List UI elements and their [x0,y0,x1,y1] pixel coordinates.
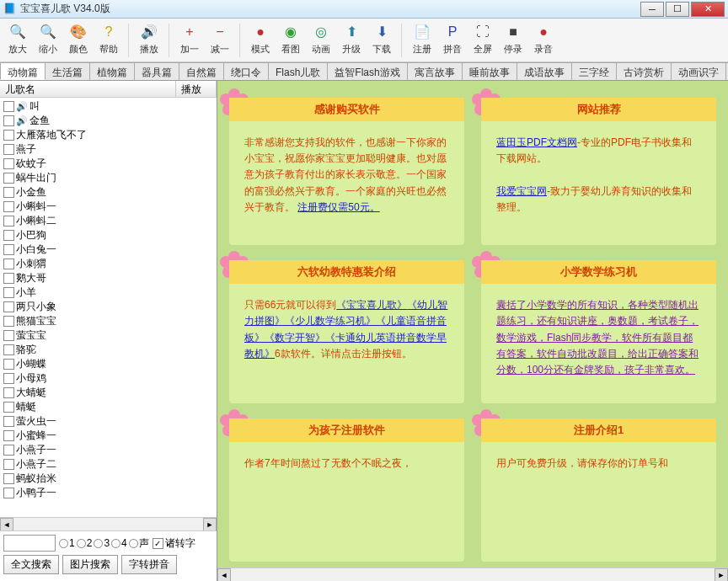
song-item[interactable]: 骆驼 [2,343,215,357]
song-item[interactable]: 小蜜蜂一 [2,429,215,443]
checkbox-icon[interactable] [3,459,14,470]
scroll-left-icon[interactable]: ◄ [217,568,231,581]
checkbox-icon[interactable] [3,158,14,169]
scrollbar-horizontal[interactable]: ◄ ► [0,517,217,530]
checkbox-icon[interactable] [3,344,14,355]
minimize-button[interactable]: ─ [640,2,664,17]
tab-11[interactable]: 三字经 [571,62,617,80]
scroll-right-icon[interactable]: ► [203,518,217,531]
scroll-left-icon[interactable]: ◄ [0,518,13,531]
tool-停录[interactable]: ■停录 [499,21,527,60]
song-item[interactable]: 蜻蜓 [2,400,215,414]
checkbox-icon[interactable] [3,430,14,441]
tool-减一[interactable]: −减一 [206,21,234,60]
checkbox-icon[interactable] [3,230,14,241]
checkbox-icon[interactable] [3,316,14,327]
tool-加一[interactable]: +加一 [175,21,204,60]
tab-6[interactable]: Flash儿歌 [268,62,328,80]
tab-10[interactable]: 成语故事 [517,62,572,80]
tool-下载[interactable]: ⬇下载 [367,21,396,60]
song-item[interactable]: 萤火虫一 [2,414,215,429]
checkbox-icon[interactable] [3,173,14,184]
maximize-button[interactable]: ☐ [666,2,689,17]
checkbox-icon[interactable] [3,416,14,427]
tab-13[interactable]: 动画识字 [671,62,726,80]
song-item[interactable]: 大雁落地飞不了 [2,128,215,142]
checkbox-icon[interactable] [3,287,14,298]
song-item[interactable]: 小蝌蚪一 [2,200,215,214]
tab-12[interactable]: 古诗赏析 [616,62,672,80]
col-name[interactable]: 儿歌名 [0,81,176,97]
zhuanzi-checkbox[interactable]: ✓诸转字 [153,536,195,551]
song-item[interactable]: 蚂蚁抬米 [2,472,215,486]
checkbox-icon[interactable] [3,244,14,255]
song-list[interactable]: 🔊叫🔊金鱼大雁落地飞不了燕子砍蚊子蜗牛出门小金鱼小蝌蚪一小蝌蚪二小巴狗小白兔一小… [0,98,217,517]
tool-颜色[interactable]: 🎨颜色 [64,21,93,60]
tool-缩小[interactable]: 🔍缩小 [34,21,62,60]
link[interactable]: 注册费仅需50元。 [297,201,379,213]
checkbox-icon[interactable] [3,488,14,498]
checkbox-icon[interactable] [3,402,14,413]
close-button[interactable]: ✕ [691,2,725,17]
checkbox-icon[interactable] [3,130,14,141]
pinyin-button[interactable]: 字转拼音 [121,555,177,574]
song-item[interactable]: 小羊 [2,285,215,300]
tool-动画[interactable]: ◎动画 [307,21,335,60]
song-item[interactable]: 小燕子一 [2,443,215,457]
tab-7[interactable]: 益智Flash游戏 [327,62,407,80]
song-item[interactable]: 小刺猬 [2,257,215,271]
song-item[interactable]: 燕子 [2,142,215,157]
tool-升级[interactable]: ⬆升级 [337,21,366,60]
checkbox-icon[interactable] [3,144,14,155]
song-item[interactable]: 大蜻蜓 [2,386,215,400]
tab-5[interactable]: 绕口令 [223,62,269,80]
tool-拼音[interactable]: P拼音 [438,21,467,60]
radio-3[interactable]: 3 [94,537,110,549]
radio-声[interactable]: 声 [129,536,149,551]
tool-模式[interactable]: ●模式 [246,21,275,60]
checkbox-icon[interactable] [3,201,14,212]
tool-看图[interactable]: ◉看图 [276,21,305,60]
checkbox-icon[interactable] [3,273,14,284]
tab-9[interactable]: 睡前故事 [462,62,517,80]
song-item[interactable]: 两只小象 [2,300,215,314]
radio-2[interactable]: 2 [77,537,93,549]
song-item[interactable]: 小母鸡 [2,371,215,386]
song-item[interactable]: 萤宝宝 [2,328,215,343]
checkbox-icon[interactable] [3,216,14,227]
song-item[interactable]: 小白兔一 [2,243,215,257]
fulltext-search-button[interactable]: 全文搜索 [3,555,59,574]
tool-放大[interactable]: 🔍放大 [3,21,32,60]
checkbox-icon[interactable] [3,359,14,370]
song-item[interactable]: 熊猫宝宝 [2,314,215,328]
content-scrollbar[interactable]: ◄ ► [217,568,728,581]
tab-4[interactable]: 自然篇 [179,62,224,80]
checkbox-icon[interactable] [3,187,14,198]
checkbox-icon[interactable] [3,301,14,312]
content-area[interactable]: 感谢购买软件非常感谢您支持我的软件，也感谢一下你家的小宝宝，祝愿你家宝宝更加聪明… [217,81,728,581]
link[interactable]: 我爱宝宝网 [496,185,547,197]
song-item[interactable]: 小鸭子一 [2,486,215,500]
checkbox-icon[interactable] [3,387,14,398]
link[interactable]: 蓝田玉PDF文档网 [496,136,577,148]
checkbox-icon[interactable] [3,101,14,112]
checkbox-icon[interactable] [3,259,14,269]
song-item[interactable]: 小蝴蝶 [2,357,215,371]
song-item[interactable]: 砍蚊子 [2,157,215,171]
song-item[interactable]: 🔊金鱼 [2,114,215,128]
radio-1[interactable]: 1 [59,537,75,549]
tool-录音[interactable]: ●录音 [529,21,558,60]
checkbox-icon[interactable] [3,330,14,341]
tool-播放[interactable]: 🔊播放 [135,21,163,60]
search-input[interactable] [3,535,56,552]
tab-8[interactable]: 寓言故事 [407,62,463,80]
checkbox-icon[interactable] [3,115,14,126]
tab-1[interactable]: 生活篇 [45,62,90,80]
song-item[interactable]: 小蝌蚪二 [2,214,215,228]
scroll-right-icon[interactable]: ► [715,568,728,581]
song-item[interactable]: 🔊叫 [2,99,215,114]
tab-0[interactable]: 动物篇 [0,62,46,80]
checkbox-icon[interactable] [3,445,14,456]
image-search-button[interactable]: 图片搜索 [62,555,118,574]
radio-4[interactable]: 4 [111,537,127,549]
